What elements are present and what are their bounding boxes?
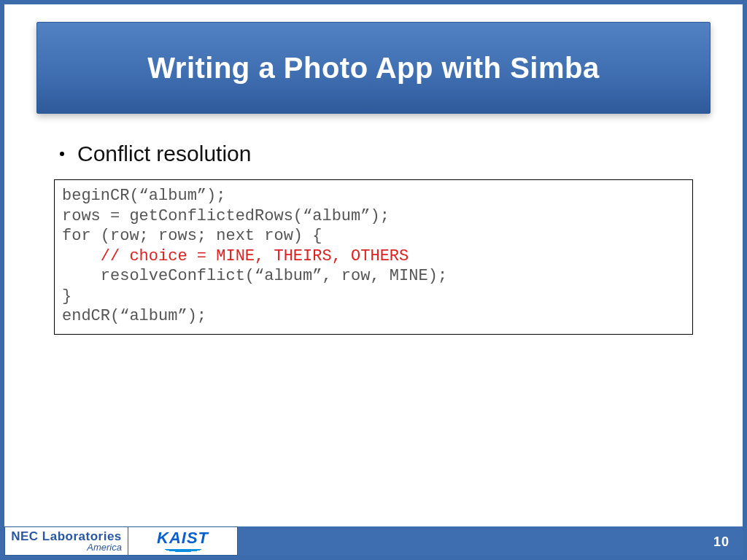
code-line: } bbox=[62, 287, 685, 307]
logo-nec-line1: NEC Laboratories bbox=[11, 530, 122, 542]
logo-kaist-text: KAIST bbox=[157, 529, 209, 548]
content-area: Conflict resolution beginCR(“album”);row… bbox=[51, 141, 696, 335]
logo-nec-line2: America bbox=[87, 542, 122, 552]
bullet-dot-icon bbox=[60, 152, 64, 156]
bullet-item: Conflict resolution bbox=[51, 141, 696, 166]
slide-title: Writing a Photo App with Simba bbox=[147, 52, 599, 85]
footer-bar: NEC Laboratories America KAIST 10 bbox=[4, 526, 743, 556]
bullet-text: Conflict resolution bbox=[77, 141, 251, 166]
page-number: 10 bbox=[713, 534, 729, 550]
code-line-comment: // choice = MINE, THEIRS, OTHERS bbox=[62, 246, 685, 267]
code-block: beginCR(“album”);rows = getConflictedRow… bbox=[54, 179, 693, 335]
code-line: for (row; rows; next row) { bbox=[62, 226, 685, 246]
code-line: resolveConflict(“album”, row, MINE); bbox=[62, 266, 685, 287]
logo-nec: NEC Laboratories America bbox=[4, 526, 128, 556]
logo-kaist-swoosh-icon bbox=[150, 549, 216, 554]
code-line: endCR(“album”); bbox=[62, 306, 685, 327]
slide-inner: Writing a Photo App with Simba Conflict … bbox=[15, 15, 732, 531]
footer-logos: NEC Laboratories America KAIST bbox=[4, 526, 238, 556]
code-line: beginCR(“album”); bbox=[62, 186, 685, 206]
code-line: rows = getConflictedRows(“album”); bbox=[62, 206, 685, 227]
slide-frame: Writing a Photo App with Simba Conflict … bbox=[0, 0, 747, 560]
logo-kaist: KAIST bbox=[128, 526, 238, 556]
title-bar: Writing a Photo App with Simba bbox=[36, 22, 711, 114]
